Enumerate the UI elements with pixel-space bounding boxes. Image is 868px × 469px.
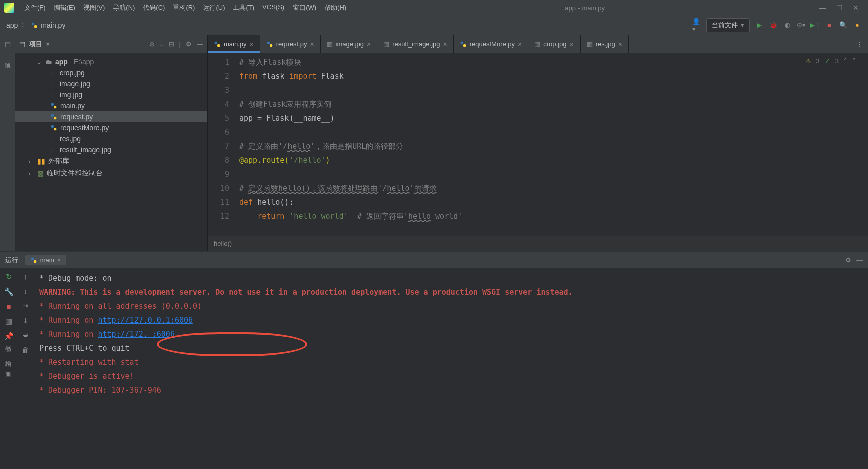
editor-tab[interactable]: ▦image.jpg× <box>321 35 378 53</box>
coverage-icon[interactable]: ◐ <box>783 21 792 30</box>
menu-item[interactable]: 运行(U) <box>199 2 229 14</box>
up-icon[interactable]: ↑ <box>24 272 28 281</box>
search-icon[interactable]: 🔍 <box>839 21 848 30</box>
run-label: 运行: <box>5 256 20 265</box>
hide-icon[interactable]: — <box>197 40 203 48</box>
maximize-icon[interactable]: ☐ <box>836 4 843 12</box>
tabs-more-icon[interactable]: ⋮ <box>851 35 868 53</box>
tree-file[interactable]: ▦ result_image.jpg <box>15 144 207 155</box>
tree-external-libs[interactable]: ›▮▮ 外部库 <box>15 155 207 167</box>
left-tool-gutter: ▤ 项目 <box>0 35 15 251</box>
editor-tab[interactable]: ▦result_image.jpg× <box>377 35 454 53</box>
menu-item[interactable]: 导航(N) <box>109 2 139 14</box>
editor-tab[interactable]: main.py× <box>208 35 260 53</box>
menu-item[interactable]: 文件(F) <box>20 2 50 14</box>
menu-item[interactable]: 帮助(H) <box>320 2 350 14</box>
editor-tab[interactable]: request.py× <box>260 35 321 53</box>
updates-icon[interactable]: ● <box>853 21 862 30</box>
settings-icon[interactable]: ⚙ <box>186 40 192 48</box>
run-panel: 运行: main × ⚙ — ↻ 🔧 ■ ▥ 📌 ↑ ↓ ⇥ ⤓ 🖶 🗑 <box>0 251 868 401</box>
window-title: app - main.py <box>352 4 817 12</box>
run-config-selector[interactable]: 当前文件▾ <box>706 18 750 32</box>
chevron-up-icon[interactable]: ˄ <box>844 57 847 65</box>
svg-rect-3 <box>54 106 56 108</box>
toolbar: app 〉 main.py 👤▾ 当前文件▾ ▶ 🐞 ◐ ⊙▾ ▶⋮ ■ 🔍 ● <box>0 15 868 35</box>
gear-icon[interactable]: ⚙ <box>845 256 851 264</box>
svg-rect-2 <box>51 103 54 106</box>
menu-item[interactable]: 视图(V) <box>79 2 109 14</box>
svg-rect-6 <box>51 125 54 128</box>
editor-body[interactable]: 123456789101112 # 导入Flask模块 from flask i… <box>208 53 868 236</box>
scroll-icon[interactable]: ⤓ <box>22 316 29 325</box>
run-toolbar-secondary: ↑ ↓ ⇥ ⤓ 🖶 🗑 <box>17 268 34 401</box>
warning-icon[interactable]: ⚠ <box>805 57 811 65</box>
close-icon[interactable]: × <box>250 40 254 48</box>
profile-icon[interactable]: ⊙▾ <box>797 21 806 30</box>
close-icon[interactable]: × <box>570 40 574 48</box>
tree-scratches[interactable]: ›▩ 临时文件和控制台 <box>15 167 207 179</box>
pin-icon[interactable]: 📌 <box>4 332 14 341</box>
locate-icon[interactable]: ⊕ <box>149 40 155 48</box>
menu-item[interactable]: 代码(C) <box>139 2 169 14</box>
breadcrumb-root[interactable]: app <box>6 21 18 29</box>
tree-file[interactable]: main.py <box>15 100 207 111</box>
run-tab[interactable]: main × <box>25 255 66 265</box>
breadcrumb-file[interactable]: main.py <box>41 21 65 29</box>
wrench-icon[interactable]: 🔧 <box>4 287 14 296</box>
titlebar: 文件(F)编辑(E)视图(V)导航(N)代码(C)重构(R)运行(U)工具(T)… <box>0 0 868 15</box>
svg-rect-12 <box>461 41 463 44</box>
wrap-icon[interactable]: ⇥ <box>22 301 29 310</box>
run-output[interactable]: * Debug mode: onWARNING: This is a devel… <box>34 268 868 401</box>
rerun-icon[interactable]: ↻ <box>6 272 12 281</box>
collapse-icon[interactable]: ⊟ <box>169 40 174 48</box>
tree-file[interactable]: ▦ image.jpg <box>15 78 207 89</box>
menu-item[interactable]: 重构(R) <box>169 2 199 14</box>
stop-icon[interactable]: ■ <box>825 21 834 30</box>
check-icon[interactable]: ✓ <box>825 57 830 65</box>
close-icon[interactable]: × <box>618 40 622 48</box>
close-icon[interactable]: × <box>310 40 314 48</box>
user-icon[interactable]: 👤▾ <box>692 21 701 30</box>
close-icon[interactable]: × <box>518 40 522 48</box>
close-icon[interactable]: × <box>367 40 371 48</box>
code-breadcrumb[interactable]: hello() <box>208 236 868 251</box>
chevron-down-icon[interactable]: ˅ <box>852 57 856 65</box>
tree-file[interactable]: ▦ crop.jpg <box>15 67 207 78</box>
svg-rect-0 <box>32 22 34 25</box>
close-icon[interactable]: ✕ <box>853 4 859 12</box>
hide-icon[interactable]: — <box>856 256 863 264</box>
run-icon[interactable]: ▶ <box>755 21 764 30</box>
close-icon[interactable]: × <box>443 40 447 48</box>
tree-file[interactable]: ▦ res.jpg <box>15 133 207 144</box>
trash-icon[interactable]: 🗑 <box>22 346 29 354</box>
expand-icon[interactable]: ≡ <box>160 40 164 48</box>
menu-item[interactable]: VCS(S) <box>258 2 288 14</box>
tool-window-icon[interactable]: ▣ <box>5 371 11 378</box>
tree-file[interactable]: requestMore.py <box>15 122 207 133</box>
project-panel-title: 项目 <box>29 40 42 49</box>
editor-tab[interactable]: requestMore.py× <box>454 35 529 53</box>
svg-rect-13 <box>463 44 466 47</box>
editor-status: ⚠3 ✓3 ˄ ˅ <box>805 57 856 65</box>
layout-icon[interactable]: ▥ <box>5 317 12 326</box>
menu-item[interactable]: 窗口(W) <box>288 2 320 14</box>
svg-rect-15 <box>34 260 36 263</box>
tree-file[interactable]: request.py <box>15 111 207 122</box>
down-icon[interactable]: ↓ <box>24 287 28 295</box>
menu-item[interactable]: 工具(T) <box>229 2 258 14</box>
close-icon[interactable]: × <box>57 256 61 264</box>
pycharm-logo-icon <box>4 3 14 13</box>
menu-item[interactable]: 编辑(E) <box>50 2 79 14</box>
debug-icon[interactable]: 🐞 <box>769 21 778 30</box>
stop-icon[interactable]: ■ <box>6 302 11 311</box>
divider: | <box>179 40 181 48</box>
tree-file[interactable]: ▦ img.jpg <box>15 89 207 100</box>
tree-root[interactable]: ⌄🖿 appE:\app <box>15 56 207 67</box>
print-icon[interactable]: 🖶 <box>22 331 29 340</box>
more-run-icon[interactable]: ▶⋮ <box>811 21 820 30</box>
svg-rect-11 <box>270 44 272 47</box>
svg-rect-8 <box>215 41 217 44</box>
minimize-icon[interactable]: — <box>819 4 826 12</box>
editor-tab[interactable]: ▦crop.jpg× <box>528 35 580 53</box>
editor-tab[interactable]: ▦res.jpg× <box>581 35 629 53</box>
